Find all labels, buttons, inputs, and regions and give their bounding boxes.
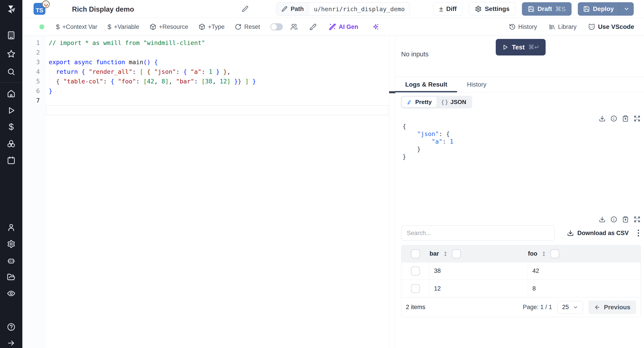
play-icon xyxy=(502,44,508,50)
result-tabs: Logs & Result History xyxy=(395,77,644,92)
tab-history[interactable]: History xyxy=(457,77,496,92)
package-icon xyxy=(150,24,156,30)
chevron-down-icon xyxy=(624,6,630,12)
download-icon[interactable] xyxy=(599,216,606,223)
deploy-button-group: Deploy xyxy=(578,2,634,16)
format-brush-button[interactable] xyxy=(309,23,316,30)
table-row[interactable]: 3842 xyxy=(402,262,641,280)
table-menu-kebab-icon[interactable] xyxy=(636,228,641,238)
rotate-icon xyxy=(235,24,242,30)
result-actions xyxy=(599,115,640,122)
code-line[interactable] xyxy=(46,96,389,105)
copy-clipboard-icon[interactable] xyxy=(622,216,629,223)
download-icon[interactable] xyxy=(599,115,606,122)
resources-boxes-icon[interactable] xyxy=(6,139,16,148)
line-number-gutter: 1234567 xyxy=(22,36,46,348)
previous-page-button[interactable]: Previous xyxy=(588,300,636,314)
dollar-icon: $ xyxy=(56,23,60,31)
draft-shortcut: ⌘S xyxy=(555,5,566,13)
cell-foo: 42 xyxy=(528,262,641,280)
column-filter-checkbox[interactable] xyxy=(452,249,461,258)
windmill-script-editor: $ TS Rich Display demo xyxy=(0,0,644,348)
variables-dollar-icon[interactable]: $ xyxy=(6,122,16,132)
path-button[interactable]: Path u/henri/rich_display_demo xyxy=(276,2,410,16)
folders-icon[interactable] xyxy=(6,272,16,282)
copy-clipboard-icon[interactable] xyxy=(622,115,629,122)
column-filter-checkbox[interactable] xyxy=(550,249,559,258)
add-variable-button[interactable]: $+Variable xyxy=(108,23,139,31)
code-line[interactable]: return { "render_all": [ { "json": { "a"… xyxy=(46,67,389,76)
cell-bar: 38 xyxy=(430,262,528,280)
runs-play-icon[interactable] xyxy=(6,106,16,116)
info-icon[interactable] xyxy=(610,216,617,223)
library-button[interactable]: Library xyxy=(549,24,577,30)
column-header-bar[interactable]: bar xyxy=(430,250,439,257)
splitter-drag-handle[interactable] xyxy=(389,91,395,93)
page-size-select[interactable]: 25 xyxy=(558,301,583,314)
table-row[interactable]: 128 xyxy=(402,280,641,297)
row-checkbox[interactable] xyxy=(411,266,420,276)
add-resource-button[interactable]: +Resource xyxy=(150,24,188,30)
draft-button[interactable]: Draft ⌘S xyxy=(522,2,572,16)
help-icon[interactable] xyxy=(6,322,16,332)
code-line[interactable]: } xyxy=(46,86,389,96)
ai-gen-button[interactable]: AI Gen xyxy=(329,23,358,30)
test-button[interactable]: Test ⌘↵ xyxy=(496,39,546,56)
add-context-var-button[interactable]: $+Context Var xyxy=(56,23,97,31)
use-vscode-button[interactable]: Use VScode xyxy=(588,23,634,30)
code-line[interactable]: // import * as wmill from "windmill-clie… xyxy=(46,38,389,48)
column-header-foo[interactable]: foo xyxy=(528,250,537,257)
settings-gear-icon[interactable] xyxy=(6,239,16,249)
diff-button[interactable]: ± Diff xyxy=(433,2,463,16)
sort-icon[interactable] xyxy=(541,251,547,257)
schedules-calendar-icon[interactable] xyxy=(6,155,16,165)
pen-icon xyxy=(407,99,412,105)
expand-sidebar-arrow-icon[interactable] xyxy=(6,338,16,348)
line-number: 5 xyxy=(22,76,46,86)
user-icon[interactable] xyxy=(6,222,16,232)
expand-icon[interactable] xyxy=(634,216,640,223)
favorites-star-icon[interactable] xyxy=(6,49,16,58)
result-table: bar foo 3842128 2 items Page: 1 / 1 25 xyxy=(401,245,641,317)
sparkles-button[interactable] xyxy=(372,23,379,30)
settings-button[interactable]: Settings xyxy=(469,2,516,16)
json-view-button[interactable]: { } JSON xyxy=(437,97,471,107)
windmill-logo-icon[interactable] xyxy=(6,4,16,14)
tab-logs-result[interactable]: Logs & Result xyxy=(395,77,457,92)
reset-button[interactable]: Reset xyxy=(235,24,260,30)
edit-summary-pencil-icon[interactable] xyxy=(242,5,249,14)
collaborators-button[interactable] xyxy=(290,23,298,30)
select-all-checkbox[interactable] xyxy=(411,249,420,258)
dollar-icon: $ xyxy=(108,23,111,31)
audit-eye-icon[interactable] xyxy=(6,289,16,298)
magic-wand-icon xyxy=(329,23,336,30)
line-number: 6 xyxy=(22,86,46,96)
users-icon xyxy=(290,23,298,30)
add-type-button[interactable]: +Type xyxy=(198,24,224,30)
save-icon xyxy=(528,6,534,12)
download-csv-button[interactable]: Download as CSV xyxy=(567,230,629,236)
workers-robot-icon[interactable] xyxy=(6,256,16,266)
diff-mode-toggle[interactable] xyxy=(270,23,283,30)
expand-icon[interactable] xyxy=(634,115,640,122)
library-icon xyxy=(549,24,556,30)
code-editor[interactable]: 1234567 // import * as wmill from "windm… xyxy=(22,36,389,348)
search-icon[interactable] xyxy=(6,67,16,77)
code-line[interactable]: { "table-col": { "foo": [42, 8], "bar": … xyxy=(46,76,389,86)
workspace-building-icon[interactable] xyxy=(6,30,16,40)
code-line[interactable] xyxy=(46,48,389,57)
deploy-button[interactable]: Deploy xyxy=(578,2,619,16)
home-icon[interactable] xyxy=(6,88,16,98)
braces-icon: { } xyxy=(442,99,448,106)
info-icon[interactable] xyxy=(610,115,617,122)
deploy-dropdown-button[interactable] xyxy=(620,2,634,16)
pretty-view-button[interactable]: Pretty xyxy=(402,97,437,107)
search-input[interactable] xyxy=(401,226,554,241)
sort-icon[interactable] xyxy=(442,251,448,257)
panel-splitter[interactable] xyxy=(389,36,395,348)
code-line[interactable]: export async function main() { xyxy=(46,57,389,67)
result-json-output: { "json": { "a": 1 }} xyxy=(402,122,454,160)
page-indicator: Page: 1 / 1 xyxy=(523,304,552,311)
row-checkbox[interactable] xyxy=(411,284,420,293)
history-button[interactable]: History xyxy=(509,24,537,30)
